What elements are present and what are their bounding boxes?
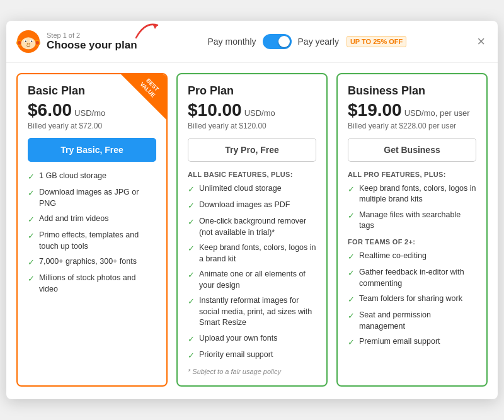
basic-price-unit: USD/mo	[74, 108, 105, 118]
red-arrow-icon	[134, 20, 161, 42]
business-team-feature-4-text: Seat and permission management	[359, 310, 476, 332]
pro-features-label: ALL BASIC FEATURES, PLUS:	[188, 171, 316, 178]
pro-price-row: $10.00 USD/mo	[188, 100, 316, 120]
check-icon: ✓	[348, 184, 355, 195]
toggle-thumb	[278, 36, 290, 47]
svg-point-3	[18, 41, 21, 45]
svg-point-8	[25, 40, 26, 42]
pro-feature-1: ✓ Unlimited cloud storage	[188, 183, 316, 195]
check-icon: ✓	[188, 200, 195, 212]
pro-feature-8: ✓ Priority email support	[188, 349, 316, 361]
basic-feature-3: ✓ Add and trim videos	[28, 213, 156, 225]
business-billed: Billed yearly at $228.00 per user	[348, 122, 476, 130]
business-plan-card: Business Plan $19.00 USD/mo, per user Bi…	[336, 73, 488, 387]
check-icon: ✓	[188, 334, 195, 345]
check-icon: ✓	[348, 210, 355, 222]
basic-feature-3-text: Add and trim videos	[39, 213, 108, 225]
pro-cta-button[interactable]: Try Pro, Free	[188, 138, 316, 162]
business-team-feature-2-text: Gather feedback in-editor with commentin…	[359, 267, 476, 289]
step-info: Step 1 of 2 Choose your plan	[47, 31, 137, 52]
business-features-label: ALL PRO FEATURES, PLUS:	[348, 171, 476, 178]
check-icon: ✓	[188, 350, 195, 361]
svg-point-9	[31, 40, 32, 42]
pro-plan-card: Pro Plan $10.00 USD/mo Billed yearly at …	[176, 73, 328, 387]
check-icon: ✓	[28, 171, 35, 183]
check-icon: ✓	[348, 268, 355, 279]
billing-toggle[interactable]	[263, 34, 292, 49]
check-icon: ✓	[348, 310, 355, 322]
pro-feature-3: ✓ One-click background remover (not avai…	[188, 216, 316, 238]
basic-plan-card: BESTVALUE Basic Plan $6.00 USD/mo Billed…	[16, 73, 168, 387]
business-feature-1-text: Keep brand fonts, colors, logos in multi…	[359, 183, 476, 205]
business-team-feature-3: ✓ Team folders for sharing work	[348, 293, 476, 305]
plans-container: BESTVALUE Basic Plan $6.00 USD/mo Billed…	[6, 63, 498, 387]
check-icon: ✓	[28, 230, 35, 242]
business-cta-button[interactable]: Get Business	[348, 138, 476, 162]
pro-feature-8-text: Priority email support	[199, 349, 273, 361]
pro-billed: Billed yearly at $120.00	[188, 122, 316, 130]
basic-feature-2-text: Download images as JPG or PNG	[39, 187, 156, 209]
check-icon: ✓	[348, 294, 355, 305]
pro-feature-3-text: One-click background remover (not availa…	[199, 216, 316, 238]
check-icon: ✓	[188, 296, 195, 307]
pricing-modal: Step 1 of 2 Choose your plan Pay monthly…	[6, 21, 498, 399]
basic-feature-5: ✓ 7,000+ graphics, 300+ fonts	[28, 256, 156, 268]
monkey-logo	[16, 30, 40, 54]
pro-feature-7-text: Upload your own fonts	[199, 333, 277, 344]
pro-feature-2: ✓ Download images as PDF	[188, 200, 316, 212]
step-label: Step 1 of 2	[47, 31, 137, 39]
check-icon: ✓	[188, 217, 195, 228]
check-icon: ✓	[28, 188, 35, 199]
business-price-unit: USD/mo, per user	[404, 108, 470, 118]
basic-price-amount: $6.00	[28, 100, 72, 120]
pro-feature-5: ✓ Animate one or all elements of your de…	[188, 269, 316, 291]
pro-feature-6: ✓ Instantly reformat images for social m…	[188, 295, 316, 329]
check-icon: ✓	[28, 214, 35, 225]
check-icon: ✓	[28, 257, 35, 268]
check-icon: ✓	[188, 184, 195, 195]
check-icon: ✓	[188, 270, 195, 281]
business-team-feature-3-text: Team folders for sharing work	[359, 293, 462, 305]
check-icon: ✓	[188, 243, 195, 254]
pro-footnote: * Subject to a fair usage policy	[188, 368, 316, 375]
basic-cta-button[interactable]: Try Basic, Free	[28, 138, 156, 162]
pro-feature-4-text: Keep brand fonts, colors, logos in a bra…	[199, 242, 316, 264]
business-team-feature-2: ✓ Gather feedback in-editor with comment…	[348, 267, 476, 289]
teams-section-label: FOR TEAMS OF 2+:	[348, 238, 476, 246]
business-feature-2-text: Manage files with searchable tags	[359, 210, 476, 232]
check-icon: ✓	[348, 337, 355, 348]
modal-header: Step 1 of 2 Choose your plan Pay monthly…	[6, 21, 498, 63]
basic-billed: Billed yearly at $72.00	[28, 122, 156, 130]
pro-feature-4: ✓ Keep brand fonts, colors, logos in a b…	[188, 242, 316, 264]
basic-feature-4-text: Primo effects, templates and touch up to…	[39, 230, 156, 252]
pro-price-amount: $10.00	[188, 100, 242, 120]
pro-feature-2-text: Download images as PDF	[199, 200, 290, 211]
pro-feature-1-text: Unlimited cloud storage	[199, 183, 282, 195]
pro-feature-7: ✓ Upload your own fonts	[188, 333, 316, 345]
business-feature-2: ✓ Manage files with searchable tags	[348, 210, 476, 232]
header-left: Step 1 of 2 Choose your plan	[16, 30, 137, 54]
billing-toggle-group: Pay monthly Pay yearly UP TO 25% OFF	[207, 34, 406, 49]
discount-badge: UP TO 25% OFF	[346, 36, 406, 47]
basic-feature-2: ✓ Download images as JPG or PNG	[28, 187, 156, 209]
basic-feature-6: ✓ Millions of stock photos and video	[28, 273, 156, 295]
close-button[interactable]: ×	[477, 35, 485, 48]
check-icon: ✓	[348, 251, 355, 263]
pro-plan-name: Pro Plan	[188, 84, 316, 98]
svg-point-4	[35, 41, 39, 45]
basic-feature-1-text: 1 GB cloud storage	[39, 171, 106, 182]
pay-yearly-label: Pay yearly	[298, 37, 339, 47]
pay-monthly-label: Pay monthly	[207, 37, 256, 47]
pro-feature-5-text: Animate one or all elements of your desi…	[199, 269, 316, 291]
business-team-feature-4: ✓ Seat and permission management	[348, 310, 476, 332]
step-title: Choose your plan	[47, 39, 137, 52]
svg-point-12	[29, 43, 30, 45]
business-team-feature-1: ✓ Realtime co-editing	[348, 251, 476, 263]
pro-feature-6-text: Instantly reformat images for social med…	[199, 295, 316, 329]
basic-feature-1: ✓ 1 GB cloud storage	[28, 171, 156, 183]
business-feature-1: ✓ Keep brand fonts, colors, logos in mul…	[348, 183, 476, 205]
basic-feature-6-text: Millions of stock photos and video	[39, 273, 156, 295]
business-price-row: $19.00 USD/mo, per user	[348, 100, 476, 120]
svg-point-11	[27, 43, 28, 45]
business-price-amount: $19.00	[348, 100, 402, 120]
